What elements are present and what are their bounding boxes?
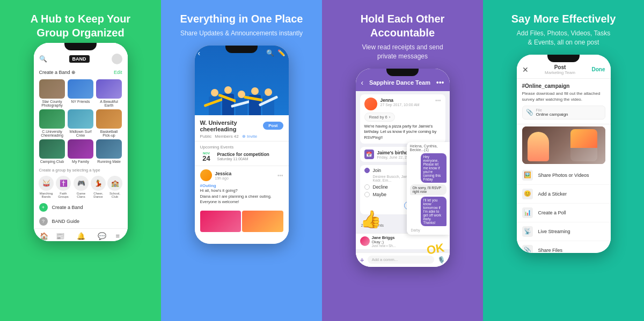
nav-chat[interactable]: 💬 Chat	[98, 232, 106, 241]
phone-2: ‹ 🔍 ✏️ W. University cheerleading Post P…	[195, 46, 289, 244]
post-avatar	[200, 169, 212, 181]
decline-radio[interactable]	[364, 184, 370, 190]
post-image-preview	[522, 126, 605, 164]
edit-icon[interactable]: ✏️	[277, 49, 286, 57]
band-guide-menu[interactable]: ? BAND Guide	[34, 214, 128, 228]
post-body: Please download and fill out the attache…	[522, 91, 605, 102]
band-groups-grid: Star CountyPhotography NY Friends A Beau…	[34, 77, 128, 166]
phone-3: ‹ Sapphire Dance Team ••• Jenna 27 Sep 2…	[356, 69, 450, 267]
panel-organized: A Hub to Keep YourGroup Organized 🔍 BAND…	[0, 0, 161, 321]
search-icon-2[interactable]: 🔍	[266, 49, 274, 57]
panel-say-more: Say More Effectively Add Files, Photos, …	[483, 0, 644, 321]
type-school[interactable]: 🏫 School,Club	[107, 176, 122, 198]
close-button[interactable]: ✕	[522, 65, 529, 74]
group-basketball[interactable]: Basketball Pick-up	[96, 109, 122, 137]
live-streaming-action[interactable]: 📡 Live Streaming	[517, 222, 611, 241]
group-myfamily[interactable]: My Family	[68, 139, 94, 163]
read-receipt[interactable]: Read by 6 ›	[364, 113, 396, 122]
events-section: Upcoming Events NOV 24 Practice for comp…	[195, 141, 289, 166]
phone-notch-3	[386, 69, 419, 76]
file-name: Online campaign	[536, 112, 568, 117]
group-name: W. University cheerleading	[200, 120, 264, 132]
add-sticker-action[interactable]: 😊 Add a Sticker	[517, 185, 611, 204]
jenna-avatar	[364, 98, 377, 110]
files-icon: 📎	[522, 245, 533, 253]
post-tag: #Online_campaign	[522, 83, 605, 89]
group-running[interactable]: Running Mate	[96, 139, 122, 163]
panel-everything: Everything in One Place Share Updates & …	[161, 0, 322, 321]
ok-text: OK	[425, 241, 445, 257]
nav-feed[interactable]: 📰 Feed	[56, 232, 64, 241]
type-game[interactable]: 🎮 Game Clans	[73, 176, 89, 198]
calendar-icon: 📅	[364, 150, 374, 159]
type-faith[interactable]: ✝️ Faith Groups	[55, 176, 71, 198]
invite-link[interactable]: ⊕ Invite	[242, 134, 257, 139]
edit-label[interactable]: Edit	[114, 70, 122, 75]
group-midtown[interactable]: Midtown Surf Crew	[68, 109, 94, 137]
create-band-menu[interactable]: + Create a Band	[34, 200, 128, 214]
type-marching[interactable]: 🥁 MarchingBands	[39, 176, 54, 198]
create-poll-action[interactable]: 📊 Create a Poll	[517, 204, 611, 222]
post-content: #Online_campaign Please download and fil…	[517, 79, 611, 124]
back-icon-3[interactable]: ‹	[361, 78, 364, 87]
nav-home[interactable]: 🏠 Home	[40, 232, 48, 241]
maybe-radio[interactable]	[364, 192, 370, 197]
nav-more[interactable]: ≡ More	[114, 232, 122, 241]
group-info: W. University cheerleading Post Public M…	[195, 115, 289, 141]
panel-3-subtitle: View read receipts and sendprivate messa…	[362, 43, 443, 61]
panel-2-title: Everything in One Place	[180, 12, 303, 26]
search-icon[interactable]: 🔍	[39, 55, 47, 63]
bottom-nav: 🏠 Home 📰 Feed 🔔 Notifications 💬 Chat	[34, 228, 128, 241]
group-camping[interactable]: Camping Club	[39, 139, 65, 163]
post-button[interactable]: Post	[263, 122, 283, 130]
type-cheer[interactable]: 💃 Cheer,Dance	[91, 176, 106, 198]
group-star-county[interactable]: Star CountyPhotography	[39, 79, 65, 107]
post-images	[195, 208, 289, 234]
join-radio[interactable]	[364, 168, 370, 173]
share-photos-action[interactable]: 🖼️ Share Photos or Videos	[517, 166, 611, 185]
post-team-name: Marketing Team	[545, 70, 575, 75]
file-icon: 📎	[526, 109, 533, 116]
panel-accountable: Hold Each Other Accountable View read re…	[322, 0, 483, 321]
post-item: Jessica 19h ago ••• #Outing Hi all, how'…	[195, 166, 289, 208]
message-input[interactable]: Add a comm...	[368, 256, 434, 264]
user-avatar	[112, 54, 122, 64]
panel-1-title: A Hub to Keep YourGroup Organized	[31, 12, 130, 40]
thumbs-up-emoji: 👍	[360, 209, 382, 229]
done-button[interactable]: Done	[591, 66, 605, 72]
band-logo: BAND	[69, 55, 90, 63]
group-cuniversity[interactable]: C.UniversityCheerleading	[39, 109, 65, 137]
streaming-icon: 📡	[522, 226, 533, 237]
phone-notch-2	[225, 46, 258, 53]
jane-avatar	[360, 236, 370, 246]
chat-overlay: Helena, Cynthia, Beckie...(1) Hey everyo…	[407, 142, 450, 235]
sticker-icon: 😊	[522, 189, 533, 199]
photos-icon: 🖼️	[522, 170, 533, 181]
mic-icon[interactable]: 🎙️	[437, 256, 445, 264]
more-icon[interactable]: •••	[436, 78, 444, 87]
band-types-row: 🥁 MarchingBands ✝️ Faith Groups 🎮 Game C…	[34, 174, 128, 200]
file-attachment[interactable]: 📎 File Online campaign	[522, 106, 605, 120]
panel-4-title: Say More Effectively	[511, 12, 616, 26]
back-icon[interactable]: ‹	[198, 49, 201, 57]
phone-screen-2: ‹ 🔍 ✏️ W. University cheerleading Post P…	[195, 46, 289, 244]
post-header-title: Post	[545, 64, 575, 70]
phone-screen-4: ✕ Post Marketing Team Done #Online_campa…	[517, 55, 611, 253]
group-beautiful-earth[interactable]: A Beautiful Earth	[96, 79, 122, 107]
phone-4: ✕ Post Marketing Team Done #Online_campa…	[517, 55, 611, 253]
phone-1: 🔍 BAND Create a Band ⊕ Edit Star CountyP…	[34, 43, 128, 241]
phone-notch-1	[64, 43, 97, 50]
add-icon[interactable]: +	[360, 256, 364, 264]
panel-4-subtitle: Add Files, Photos, Videos, Tasks& Events…	[517, 29, 610, 47]
group-ny-friends[interactable]: NY Friends	[68, 79, 94, 107]
share-files-action[interactable]: 📎 Share Files	[517, 241, 611, 253]
panel-2-subtitle: Share Updates & Announcements instantly	[180, 29, 303, 38]
phone-notch-4	[547, 55, 580, 62]
poll-icon: 📊	[522, 207, 533, 218]
post-actions-list: 🖼️ Share Photos or Videos 😊 Add a Sticke…	[517, 166, 611, 253]
hero-image: ‹ 🔍 ✏️	[195, 46, 289, 115]
nav-notifications[interactable]: 🔔 Notifications	[72, 232, 90, 241]
phone-screen-3: ‹ Sapphire Dance Team ••• Jenna 27 Sep 2…	[356, 69, 450, 267]
type-label: Create a group by selecting a type	[34, 166, 128, 174]
main-message: Jenna 27 Sep 2017, 10:00 AM ••• Read by …	[360, 94, 445, 144]
